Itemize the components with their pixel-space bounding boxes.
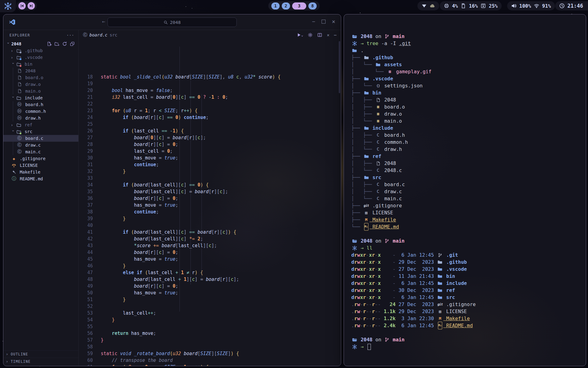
new-file-button[interactable] (47, 41, 52, 46)
explorer-item-.vscode[interactable]: › .vscode (3, 54, 78, 61)
collapse-all-button[interactable] (70, 41, 75, 46)
outline-panel[interactable]: ›OUTLINE (3, 350, 78, 358)
line-number: 44 (79, 249, 101, 256)
media-previous-button[interactable] (18, 2, 26, 10)
split-editor-button[interactable] (317, 33, 322, 37)
explorer-item-draw.h[interactable]: Ⓗ draw.h (3, 115, 78, 121)
c-file-icon: Ⓒ (83, 32, 87, 38)
code-line-33: 33 (79, 175, 341, 182)
line-number: 23 (79, 107, 101, 114)
scrollbar-thumb[interactable] (339, 41, 340, 93)
ll-row-.gitignore: .rw-r--r-- 24 27 Dec 2023 git .gitignore (351, 301, 586, 308)
cC-icon: Ⓒ (16, 149, 23, 155)
line-number: 61 (79, 364, 101, 366)
explorer-root-folder[interactable]: › 2048 (3, 40, 78, 47)
explorer-item-main.o[interactable]: main.o (3, 88, 78, 94)
ll-row-LICENSE: .rw-r--r-- 1.1k 29 Dec 2023 ▤ LICENSE (351, 308, 586, 315)
breadcrumb-bar[interactable]: Ⓒ board.c src ⌄ ✕ ⋯ (79, 30, 341, 40)
wifi-icon (534, 3, 539, 9)
command-center-search[interactable]: 2048 (107, 17, 237, 27)
code-line-44: 44 board[r][c] = 0; (79, 249, 341, 256)
line-number: 42 (79, 236, 101, 242)
obj-file-icon: ▦ (375, 117, 381, 125)
run-file-button[interactable]: ⌄ (296, 33, 303, 37)
line-number: 19 (79, 80, 101, 87)
clock-widget[interactable]: 21:46 (555, 1, 588, 10)
cC-icon: Ⓒ (16, 136, 23, 141)
maximize-button[interactable] (322, 20, 326, 24)
explorer-item-Makefile[interactable]: Makefile (3, 169, 78, 175)
close-button[interactable]: × (332, 18, 335, 25)
workspace-switcher: 1238 (268, 1, 320, 10)
explorer-item-main.c[interactable]: Ⓒ main.c (3, 148, 78, 155)
fo-file-icon (375, 62, 381, 67)
explorer-item-bin[interactable]: › bin (3, 61, 78, 67)
indent-guide (190, 74, 191, 285)
explorer-item-draw.c[interactable]: Ⓒ draw.c (3, 142, 78, 148)
mk-icon (11, 170, 17, 174)
explorer-item-ref[interactable]: › ref (3, 121, 78, 128)
code-line-55: 55 (79, 323, 341, 330)
code-line-32: 32 } (79, 168, 341, 175)
terminal-content[interactable]: 2048 on main → tree -a -I .git .├── .git… (344, 14, 586, 366)
chevron-down-icon: › (6, 42, 11, 47)
item-label: .vscode (22, 55, 43, 60)
explorer-item-LICENSE[interactable]: LICENSE (3, 162, 78, 169)
new-folder-button[interactable] (55, 41, 59, 46)
explorer-item-include[interactable]: › include (3, 94, 78, 101)
refresh-button[interactable] (62, 41, 67, 46)
workspace-8[interactable]: 8 (308, 2, 317, 10)
nav-back-button[interactable]: ← (102, 18, 105, 25)
workspace-3-active[interactable]: 3 (292, 2, 306, 10)
explorer-item-board.c[interactable]: Ⓒ board.c (3, 135, 78, 142)
explorer-item-.github[interactable]: › .github (3, 47, 78, 54)
md-file-icon: M↓ (437, 322, 443, 329)
workspace-1[interactable]: 1 (271, 2, 280, 10)
workspace-2[interactable]: 2 (282, 2, 290, 10)
tree-row-2048: │ ├── 2048 (351, 96, 586, 103)
code-line-58: 58 (79, 343, 341, 350)
media-next-button[interactable] (28, 2, 35, 10)
tree-row-.gitignore: ├── git .gitignore (351, 202, 586, 209)
cc-file-icon: C (375, 188, 381, 195)
item-label: ref (22, 122, 32, 127)
line-number: 58 (79, 343, 101, 350)
explorer-more-button[interactable]: ··· (66, 33, 74, 38)
minimize-button[interactable]: — (312, 19, 315, 24)
code-editor[interactable]: 18static bool _slide_col(u32 board[SIZE]… (79, 40, 341, 366)
line-number: 59 (79, 350, 101, 357)
code-line-42: 42 board[last_cell][c] *= 2; (79, 236, 341, 242)
code-line-48: 48 board[last_cell + 1][c] = board[r][c]… (79, 276, 341, 283)
hC-icon: Ⓗ (16, 115, 23, 121)
timeline-panel[interactable]: ›TIMELINE (3, 358, 78, 365)
more-actions-button[interactable]: ⋯ (334, 33, 337, 37)
line-number: 40 (79, 222, 101, 229)
root-folder-label: 2048 (11, 41, 21, 46)
code-line-26: 26 if (last_cell == -1) { (79, 128, 341, 134)
explorer-item-draw.o[interactable]: draw.o (3, 81, 78, 88)
explorer-item-board.o[interactable]: board.o (3, 74, 78, 81)
vs-icon (16, 55, 22, 60)
explorer-item-2048[interactable]: 2048 (3, 67, 78, 74)
item-label: common.h (23, 109, 46, 114)
obj-file-icon: ▦ (375, 110, 381, 117)
close-editor-button[interactable]: ✕ (327, 33, 329, 37)
open-file-name[interactable]: board.c (89, 33, 107, 37)
code-line-21: 21 i32 last_cell = board[0][c] == 0 ? -1… (79, 94, 341, 101)
explorer-item-README.md[interactable]: ⓘ README.md (3, 175, 78, 182)
tray-indicators[interactable] (417, 1, 439, 10)
tree-row-board.c: │ ├── C board.c (351, 181, 586, 188)
window-controls: — × (312, 18, 335, 25)
shell-command: → (351, 343, 586, 350)
explorer-item-src[interactable]: › src (3, 128, 78, 135)
explorer-item-common.h[interactable]: Ⓗ common.h (3, 108, 78, 115)
editor-titlebar[interactable]: ← → 2048 — × (3, 14, 341, 30)
explorer-item-.gitignore[interactable]: ◈ .gitignore (3, 155, 78, 162)
audio-network[interactable]: 100% 91% (507, 1, 555, 10)
explorer-item-board.h[interactable]: Ⓗ board.h (3, 101, 78, 108)
cpu-usage: 4% (452, 3, 458, 9)
tree-row-draw.h: │ └── C draw.h (351, 146, 586, 153)
nixos-menu-button[interactable] (0, 0, 16, 12)
settings-gear-button[interactable] (308, 33, 313, 37)
item-label: 2048 (23, 68, 36, 73)
